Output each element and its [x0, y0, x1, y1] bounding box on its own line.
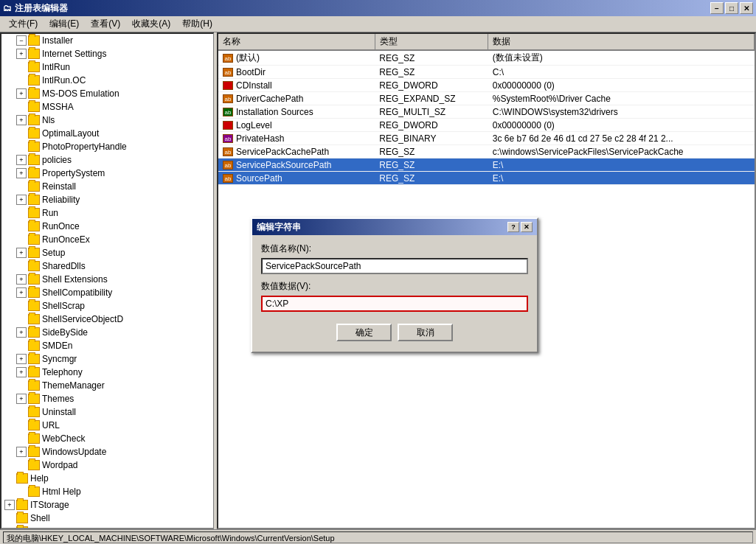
dialog-title-buttons: ? ✕	[507, 222, 533, 232]
dialog-title-bar: 编辑字符串 ? ✕	[252, 219, 537, 235]
dialog-data-label: 数值数据(V):	[261, 280, 528, 293]
dialog-close-button[interactable]: ✕	[521, 222, 533, 232]
modal-overlay: 编辑字符串 ? ✕ 数值名称(N): 数值数据(V): 确定 取消	[0, 0, 756, 544]
dialog-help-button[interactable]: ?	[507, 222, 519, 232]
dialog-name-input[interactable]	[261, 258, 528, 274]
dialog-name-label: 数值名称(N):	[261, 243, 528, 255]
dialog-ok-button[interactable]: 确定	[336, 324, 392, 341]
dialog-cancel-button[interactable]: 取消	[398, 324, 453, 341]
dialog-data-input[interactable]	[261, 296, 528, 312]
dialog-buttons: 确定 取消	[261, 324, 528, 344]
dialog-content: 数值名称(N): 数值数据(V): 确定 取消	[252, 235, 537, 352]
dialog-title-text: 编辑字符串	[257, 221, 301, 234]
edit-string-dialog: 编辑字符串 ? ✕ 数值名称(N): 数值数据(V): 确定 取消	[251, 217, 538, 353]
